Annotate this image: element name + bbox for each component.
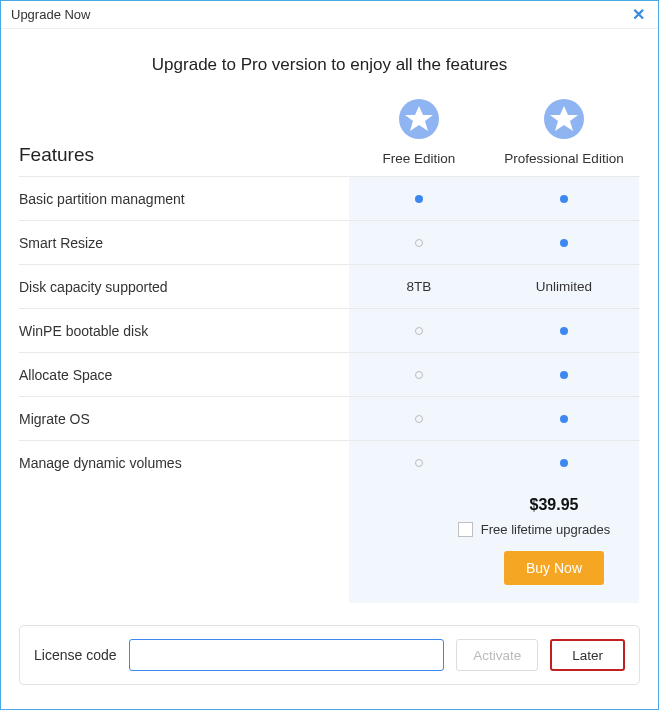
headline: Upgrade to Pro version to enjoy all the … [19, 55, 640, 75]
license-bar: License code Activate Later [19, 625, 640, 685]
upgrade-dialog: Upgrade Now ✕ Upgrade to Pro version to … [0, 0, 659, 710]
column-pro: Professional Edition [489, 99, 639, 166]
table-row: Basic partition managment [19, 176, 640, 220]
feature-cell-free [349, 397, 489, 440]
table-row: WinPE bootable disk [19, 308, 640, 352]
feature-table: Basic partition managmentSmart ResizeDis… [19, 176, 640, 484]
lifetime-upgrades-option[interactable]: Free lifetime upgrades [429, 522, 639, 537]
lifetime-upgrades-label: Free lifetime upgrades [481, 522, 610, 537]
check-dot-icon [560, 239, 568, 247]
feature-cell-free [349, 441, 489, 484]
feature-cell-free [349, 177, 489, 220]
feature-label: Disk capacity supported [19, 279, 349, 295]
feature-cell-pro [489, 397, 639, 440]
empty-dot-icon [415, 239, 423, 247]
column-free: Free Edition [349, 99, 489, 166]
price: $39.95 [469, 496, 639, 514]
window-title: Upgrade Now [11, 7, 91, 22]
pricing-block: $39.95 Free lifetime upgrades Buy Now [19, 484, 640, 603]
feature-label: Allocate Space [19, 367, 349, 383]
feature-label: WinPE bootable disk [19, 323, 349, 339]
feature-cell-free: 8TB [349, 265, 489, 308]
close-icon[interactable]: ✕ [628, 5, 648, 24]
titlebar: Upgrade Now ✕ [1, 1, 658, 29]
edition-pro-label: Professional Edition [489, 151, 639, 166]
feature-cell-pro: Unlimited [489, 265, 639, 308]
check-dot-icon [560, 459, 568, 467]
check-dot-icon [560, 415, 568, 423]
edition-free-label: Free Edition [349, 151, 489, 166]
table-row: Disk capacity supported8TBUnlimited [19, 264, 640, 308]
table-row: Manage dynamic volumes [19, 440, 640, 484]
content: Upgrade to Pro version to enjoy all the … [1, 29, 658, 709]
table-row: Allocate Space [19, 352, 640, 396]
empty-dot-icon [415, 459, 423, 467]
feature-cell-pro [489, 177, 639, 220]
check-dot-icon [560, 327, 568, 335]
feature-cell-free [349, 309, 489, 352]
star-icon [399, 99, 439, 139]
checkbox-icon[interactable] [458, 522, 473, 537]
empty-dot-icon [415, 327, 423, 335]
feature-label: Smart Resize [19, 235, 349, 251]
features-title: Features [19, 144, 349, 166]
activate-button[interactable]: Activate [456, 639, 538, 671]
star-icon [544, 99, 584, 139]
feature-label: Migrate OS [19, 411, 349, 427]
feature-label: Basic partition managment [19, 191, 349, 207]
table-row: Smart Resize [19, 220, 640, 264]
feature-cell-pro [489, 353, 639, 396]
feature-cell-free [349, 221, 489, 264]
empty-dot-icon [415, 371, 423, 379]
feature-cell-pro [489, 221, 639, 264]
license-label: License code [34, 647, 117, 663]
feature-cell-pro [489, 309, 639, 352]
check-dot-icon [415, 195, 423, 203]
feature-label: Manage dynamic volumes [19, 455, 349, 471]
table-row: Migrate OS [19, 396, 640, 440]
table-header: Features Free Edition Professional Editi… [19, 99, 640, 176]
check-dot-icon [560, 195, 568, 203]
license-input[interactable] [129, 639, 445, 671]
buy-now-button[interactable]: Buy Now [504, 551, 604, 585]
empty-dot-icon [415, 415, 423, 423]
feature-cell-free [349, 353, 489, 396]
check-dot-icon [560, 371, 568, 379]
feature-cell-pro [489, 441, 639, 484]
later-button[interactable]: Later [550, 639, 625, 671]
